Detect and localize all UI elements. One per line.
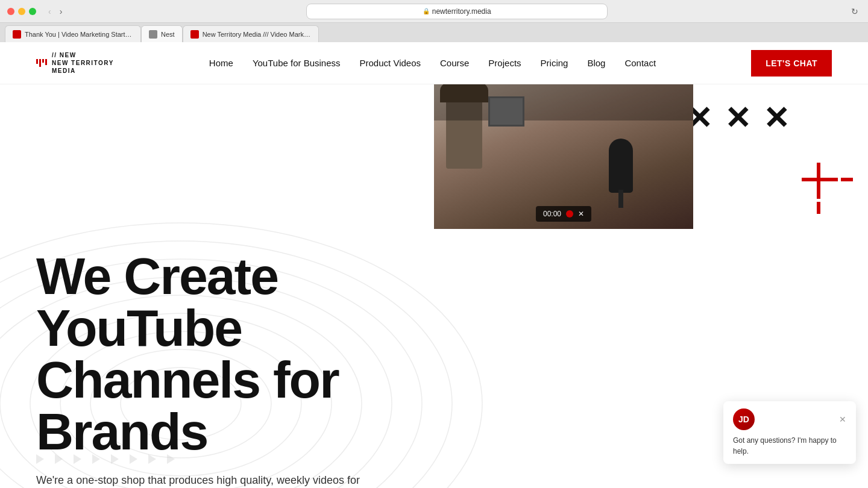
wall-frame (488, 96, 524, 127)
url-text: newterritory.media (432, 7, 491, 16)
red-cross-svg (796, 157, 856, 235)
hero-headline-line2: Channels for Brands (36, 351, 339, 460)
forward-button[interactable]: › (57, 5, 65, 17)
website-content: // NEW NEW TERRITORY MEDIA Home YouTube … (0, 42, 868, 488)
maximize-window-button[interactable] (29, 8, 36, 15)
bottom-arrow-8 (167, 454, 175, 464)
traffic-lights (7, 8, 36, 15)
nav-links: Home YouTube for Business Product Videos… (209, 58, 656, 68)
bottom-arrow-6 (130, 454, 137, 464)
red-plus-decoration (796, 157, 856, 237)
tab-3[interactable]: New Territory Media /// Video Marketing … (183, 25, 319, 42)
tab-label-1: Thank You | Video Marketing Starter Pack (25, 31, 133, 38)
browser-toolbar: ‹ › 🔒 newterritory.media ↻ (46, 4, 861, 19)
video-shadow-top (434, 84, 693, 120)
chat-header: JD ✕ (733, 408, 846, 430)
svg-rect-11 (817, 202, 820, 214)
chat-widget[interactable]: JD ✕ Got any questions? I'm happy to hel… (723, 401, 856, 464)
navigation: // NEW NEW TERRITORY MEDIA Home YouTube … (0, 42, 868, 84)
hero-text-block: We Create YouTube Channels for Brands We… (36, 250, 458, 488)
nav-home[interactable]: Home (209, 58, 233, 68)
nav-course[interactable]: Course (440, 58, 469, 68)
tab-bar: Thank You | Video Marketing Starter Pack… (0, 23, 868, 42)
close-window-button[interactable] (7, 8, 14, 15)
svg-rect-10 (802, 178, 838, 181)
refresh-button[interactable]: ↻ (849, 5, 861, 17)
x-marks-decoration: ✕ ✕ ✕ (686, 102, 790, 134)
logo-text: // NEW NEW TERRITORY MEDIA (52, 51, 114, 75)
bottom-arrows-decoration (36, 454, 175, 464)
tab-1[interactable]: Thank You | Video Marketing Starter Pack (5, 25, 141, 42)
chat-message-text: Got any questions? I'm happy to help. (733, 435, 846, 457)
hero-headline-line1: We Create YouTube (36, 247, 278, 357)
x-mark-3: ✕ (763, 102, 790, 134)
mic-stand (618, 190, 623, 208)
microphone (609, 139, 633, 193)
logo-line2: NEW TERRITORY (52, 59, 114, 67)
record-indicator (566, 210, 573, 217)
tab-favicon-3 (190, 30, 199, 39)
bottom-arrow-4 (92, 454, 100, 464)
nav-product-videos[interactable]: Product Videos (360, 58, 421, 68)
nav-pricing[interactable]: Pricing (541, 58, 568, 68)
chat-avatar: JD (733, 408, 755, 430)
back-button[interactable]: ‹ (46, 5, 54, 17)
nav-blog[interactable]: Blog (587, 58, 605, 68)
tab-favicon-2 (149, 30, 157, 39)
video-timestamp: 00:00 (543, 210, 561, 218)
video-thumbnail[interactable]: 00:00 ✕ (434, 84, 693, 229)
logo[interactable]: // NEW NEW TERRITORY MEDIA (36, 51, 114, 75)
avatar-initials: JD (738, 414, 749, 424)
bottom-arrow-7 (148, 454, 156, 464)
nav-projects[interactable]: Projects (488, 58, 521, 68)
hero-headline: We Create YouTube Channels for Brands (36, 250, 458, 457)
tab-favicon-1 (13, 30, 21, 39)
minimize-window-button[interactable] (18, 8, 25, 15)
browser-chrome: ‹ › 🔒 newterritory.media ↻ (0, 0, 868, 23)
logo-icon (36, 59, 47, 67)
nav-contact[interactable]: Contact (624, 58, 656, 68)
bottom-arrow-3 (74, 454, 81, 464)
video-overlay-bar: 00:00 ✕ (536, 206, 591, 222)
hero-subtext: We're a one-stop shop that produces high… (36, 472, 368, 488)
chat-close-button[interactable]: ✕ (839, 414, 846, 424)
lock-icon: 🔒 (423, 8, 430, 14)
tab-2[interactable]: Nest (141, 25, 183, 42)
logo-line3: MEDIA (52, 67, 114, 75)
logo-line1: // NEW (52, 51, 114, 59)
bottom-arrow-5 (111, 454, 119, 464)
video-close-button[interactable]: ✕ (578, 210, 584, 218)
svg-rect-12 (841, 178, 853, 181)
url-bar[interactable]: 🔒 newterritory.media (306, 4, 608, 19)
bottom-arrow-1 (36, 454, 44, 464)
tab-label-2: Nest (161, 31, 175, 38)
tab-label-3: New Territory Media /// Video Marketing … (203, 31, 311, 38)
x-mark-2: ✕ (725, 102, 751, 134)
lets-chat-button[interactable]: LET'S CHAT (751, 50, 832, 77)
nav-youtube-for-business[interactable]: YouTube for Business (253, 58, 341, 68)
bottom-arrow-2 (55, 454, 63, 464)
